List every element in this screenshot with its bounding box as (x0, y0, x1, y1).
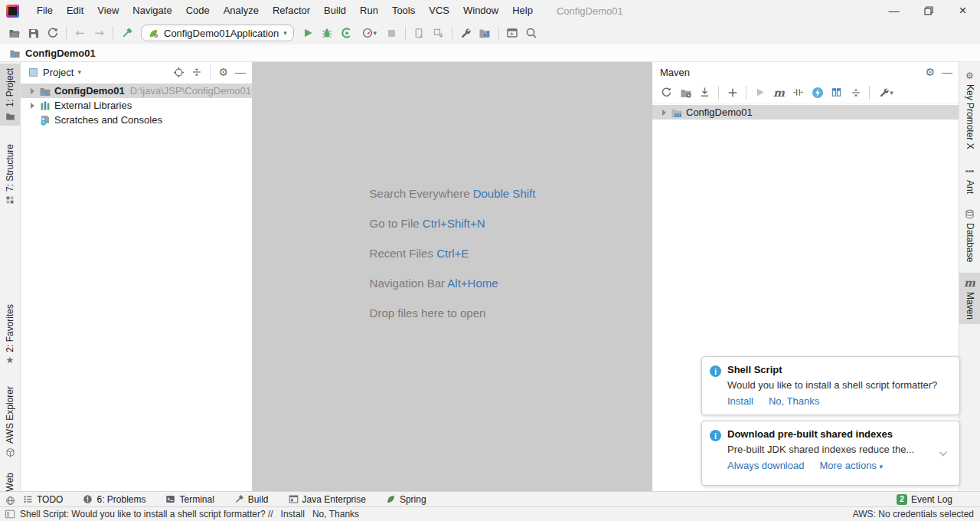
attach-to-process-button[interactable] (410, 24, 429, 42)
maven-project-icon: m (671, 106, 683, 119)
breadcrumb-project[interactable]: ConfigDemo01 (25, 48, 96, 59)
services-button[interactable] (503, 24, 522, 42)
todo-tab-label: TODO (37, 494, 63, 505)
always-download-link[interactable]: Always download (727, 460, 804, 471)
stripe-tab-maven[interactable]: m Maven (959, 273, 980, 324)
run-configuration-select[interactable]: ConfigDemo01Application ▾ (141, 25, 294, 41)
project-panel-title[interactable]: Project (43, 67, 74, 78)
stripe-tab-database[interactable]: Database (959, 205, 980, 267)
forward-button[interactable]: → (90, 24, 109, 42)
stripe-tab-ant[interactable]: Ant (959, 162, 980, 198)
notification-title: Download pre-built shared indexes (727, 428, 930, 440)
hint-go-to-file: Go to File Ctrl+Shift+N (370, 208, 536, 238)
stripe-tab-structure-label: 7: Structure (5, 144, 15, 192)
menu-vcs[interactable]: VCS (422, 0, 456, 21)
status-install-action[interactable]: Install (281, 509, 305, 519)
more-actions-link[interactable]: More actions ▾ (819, 460, 883, 471)
menu-run[interactable]: Run (353, 0, 385, 21)
no-thanks-link[interactable]: No, Thanks (769, 395, 819, 407)
sync-button[interactable] (43, 24, 62, 42)
maven-execute-goal-button[interactable]: m (769, 84, 789, 102)
stripe-tab-web[interactable]: Web (0, 468, 20, 510)
restore-button[interactable] (911, 0, 946, 21)
aws-status[interactable]: AWS: No credentials selected (853, 509, 974, 519)
stripe-tab-key-promoter[interactable]: ⚙ Key Promoter X (959, 67, 980, 154)
tool-window-toggle-icon[interactable] (5, 509, 15, 519)
aws-cube-icon (5, 447, 15, 457)
problems-tab[interactable]: 6: Problems (83, 494, 145, 505)
get-snapshot-button[interactable] (429, 24, 448, 42)
build-project-button[interactable] (117, 24, 136, 42)
spring-tab[interactable]: Spring (386, 494, 426, 505)
maven-play-icon (755, 87, 765, 97)
save-button[interactable] (24, 24, 43, 42)
header-separator (210, 65, 211, 79)
maven-add-project-button[interactable] (723, 84, 742, 102)
maven-skip-tests-button[interactable] (789, 84, 808, 102)
maven-offline-mode-button[interactable] (808, 84, 827, 102)
tree-row-scratches[interactable]: Scratches and Consoles (21, 113, 252, 127)
minimize-button[interactable]: — (877, 0, 911, 21)
todo-tab[interactable]: TODO (23, 494, 63, 505)
maven-generate-sources-button[interactable] (676, 84, 695, 102)
hide-project-panel-button[interactable]: — (235, 66, 246, 78)
maven-collapse-all-button[interactable] (846, 84, 865, 102)
maven-settings-gear-icon[interactable]: ⚙ (925, 67, 935, 77)
profiler-button[interactable]: ▾ (356, 24, 382, 42)
stripe-tab-aws-explorer[interactable]: AWS Explorer (0, 382, 20, 462)
expand-chevron-icon[interactable] (658, 110, 669, 116)
menu-window[interactable]: Window (456, 0, 505, 21)
stripe-tab-project[interactable]: 1: Project (0, 64, 20, 126)
expand-chevron-icon[interactable] (27, 103, 38, 109)
project-structure-button[interactable] (475, 24, 495, 42)
stripe-tab-structure[interactable]: 7: Structure (0, 139, 20, 209)
back-button[interactable]: ← (70, 24, 90, 42)
expand-chevron-icon[interactable] (27, 88, 38, 94)
event-log-button[interactable]: 2 Event Log (897, 494, 952, 505)
menu-view[interactable]: View (90, 0, 126, 21)
run-button[interactable] (299, 24, 318, 42)
java-enterprise-tab[interactable]: Java Enterprise (289, 494, 366, 505)
menu-refactor[interactable]: Refactor (266, 0, 317, 21)
status-no-thanks-action[interactable]: No, Thanks (312, 509, 359, 519)
close-button[interactable]: × (946, 0, 980, 21)
tree-row-external-libraries[interactable]: External Libraries (21, 98, 252, 113)
maven-download-sources-button[interactable] (695, 84, 714, 102)
stop-button[interactable] (382, 24, 401, 42)
menu-analyze[interactable]: Analyze (217, 0, 266, 21)
menu-tools[interactable]: Tools (385, 0, 422, 21)
menu-file[interactable]: File (30, 0, 60, 21)
collapse-all-icon[interactable] (191, 67, 202, 77)
settings-button[interactable] (456, 24, 475, 42)
open-button[interactable] (5, 24, 24, 42)
project-view-caret-icon[interactable]: ▾ (77, 68, 81, 76)
menu-edit[interactable]: Edit (60, 0, 90, 21)
event-log-label: Event Log (911, 494, 952, 505)
build-tab[interactable]: Build (234, 494, 269, 505)
tree-scratches-label: Scratches and Consoles (54, 114, 162, 126)
maven-tree-row-project[interactable]: m ConfigDemo01 (652, 105, 959, 120)
menu-build[interactable]: Build (317, 0, 353, 21)
debug-bug-icon (321, 27, 333, 39)
project-settings-gear-icon[interactable]: ⚙ (218, 67, 228, 77)
menu-help[interactable]: Help (505, 0, 540, 21)
maven-show-dependencies-button[interactable] (827, 84, 846, 102)
stripe-tab-favorites[interactable]: 2: Favorites ★ (0, 300, 20, 370)
debug-button[interactable] (318, 24, 337, 42)
menu-code[interactable]: Code (179, 0, 217, 21)
maven-settings-button[interactable]: ▾ (874, 84, 898, 102)
notification-title: Shell Script (727, 364, 950, 375)
expand-notification-chevron-icon[interactable] (936, 447, 950, 460)
locate-file-icon[interactable] (173, 67, 185, 78)
run-with-coverage-button[interactable] (337, 24, 356, 42)
tree-project-path: D:\java\JSP\ConfigDemo01 (130, 85, 251, 97)
tree-row-project-root[interactable]: ConfigDemo01 D:\java\JSP\ConfigDemo01 (21, 84, 252, 98)
event-count-badge: 2 (897, 494, 907, 505)
search-everywhere-button[interactable] (522, 24, 541, 42)
hide-maven-panel-button[interactable]: — (942, 66, 952, 78)
menu-navigate[interactable]: Navigate (126, 0, 178, 21)
terminal-tab[interactable]: Terminal (165, 494, 214, 505)
maven-reimport-button[interactable] (657, 84, 676, 102)
maven-run-button[interactable] (750, 84, 769, 102)
install-link[interactable]: Install (727, 395, 753, 407)
